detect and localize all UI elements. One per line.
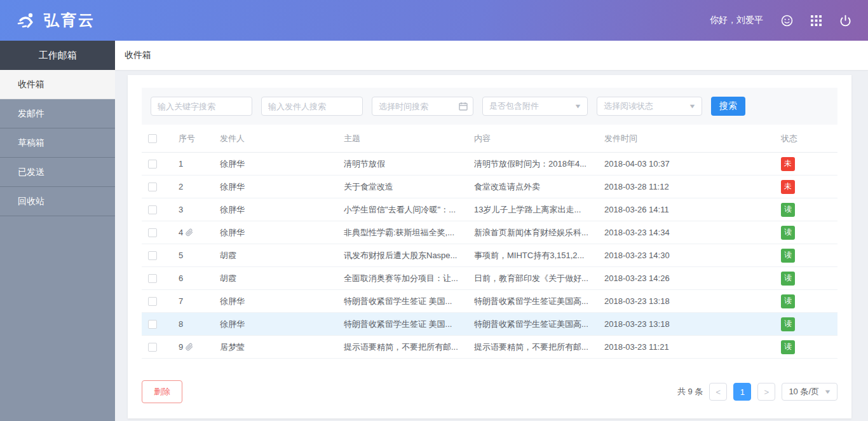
sidebar-item-sent[interactable]: 已发送	[0, 158, 115, 187]
cell-num: 2	[179, 182, 220, 191]
caret-down-icon: ▼	[688, 103, 696, 109]
row-checkbox[interactable]	[148, 274, 157, 283]
sidebar: 工作邮箱 收件箱发邮件草稿箱已发送回收站	[0, 41, 115, 421]
row-checkbox[interactable]	[148, 160, 157, 169]
cell-time: 2018-03-23 11:21	[604, 342, 781, 352]
cell-time: 2018-03-28 11:12	[604, 182, 781, 191]
row-checkbox[interactable]	[148, 183, 157, 191]
status-badge: 读	[781, 203, 795, 217]
cell-sender: 徐胖华	[220, 181, 344, 193]
cell-check	[148, 343, 179, 352]
time-search-input[interactable]	[372, 97, 473, 116]
total-count-label: 共 9 条	[677, 386, 703, 397]
cell-sender: 徐胖华	[220, 158, 344, 170]
table-row[interactable]: 9居梦莹提示语要精简，不要把所有邮...提示语要精简，不要把所有邮...2018…	[142, 336, 837, 359]
app-logo: 弘育云	[17, 10, 95, 31]
cell-sender: 胡霞	[220, 273, 344, 284]
cell-check	[148, 251, 179, 260]
cell-content: 特朗普收紧留学生签证美国高...	[474, 319, 604, 330]
cell-content: 食堂改造请点外卖	[474, 181, 604, 193]
search-button[interactable]: 搜索	[711, 97, 745, 116]
cell-num: 3	[179, 205, 220, 214]
select-all-checkbox[interactable]	[148, 134, 157, 143]
sidebar-item-inbox[interactable]: 收件箱	[0, 70, 115, 99]
cell-status: 未	[781, 157, 837, 171]
table-row[interactable]: 3徐胖华小学生留信"去看人间冷暖"：...13岁儿子上学路上离家出走...201…	[142, 198, 837, 221]
status-badge: 未	[781, 157, 795, 171]
attachment-filter-select[interactable]: 是否包含附件 ▼	[482, 97, 588, 116]
cell-time: 2018-03-23 14:30	[604, 251, 781, 260]
app-title: 弘育云	[44, 10, 95, 31]
caret-down-icon: ▼	[574, 103, 581, 109]
cell-status: 读	[781, 272, 837, 286]
cell-num: 6	[179, 273, 220, 283]
cell-sender: 徐胖华	[220, 296, 344, 307]
cell-num: 4	[179, 228, 220, 237]
page-1-button[interactable]: 1	[733, 383, 751, 401]
cell-subject: 提示语要精简，不要把所有邮...	[344, 342, 474, 353]
cell-content: 特朗普收紧留学生签证美国高...	[474, 296, 604, 307]
cell-status: 未	[781, 180, 837, 194]
status-badge: 未	[781, 180, 795, 194]
sender-search-input[interactable]	[261, 97, 363, 116]
filter-bar: 是否包含附件 ▼ 选择阅读状态 ▼ 搜索	[142, 88, 837, 125]
read-status-filter-select[interactable]: 选择阅读状态 ▼	[597, 97, 702, 116]
col-header-subject: 主题	[344, 133, 474, 144]
status-badge: 读	[781, 340, 795, 354]
cell-subject: 特朗普收紧留学生签证 美国...	[344, 296, 474, 307]
cell-sender: 徐胖华	[220, 204, 344, 216]
cell-check	[148, 160, 179, 169]
cell-check	[148, 297, 179, 306]
cell-content: 提示语要精简，不要把所有邮...	[474, 342, 604, 353]
table-row[interactable]: 4徐胖华非典型性学霸:获斯坦福全奖,...新浪首页新闻体育财经娱乐科...201…	[142, 221, 837, 244]
cell-check	[148, 274, 179, 283]
sidebar-item-compose[interactable]: 发邮件	[0, 99, 115, 128]
row-checkbox[interactable]	[148, 251, 157, 260]
app-grid-icon[interactable]	[811, 15, 822, 26]
cell-status: 读	[781, 294, 837, 308]
table-row[interactable]: 7徐胖华特朗普收紧留学生签证 美国...特朗普收紧留学生签证美国高...2018…	[142, 290, 837, 313]
col-header-sender: 发件人	[220, 133, 344, 144]
next-page-button[interactable]: >	[757, 383, 775, 401]
col-header-status: 状态	[781, 133, 837, 144]
cell-subject: 讯发布财报后遭大股东Naspe...	[344, 250, 474, 261]
sidebar-item-trash[interactable]: 回收站	[0, 187, 115, 216]
table-row[interactable]: 5胡霞讯发布财报后遭大股东Naspe...事项前，MIHTC持有3,151,2.…	[142, 244, 837, 267]
power-icon[interactable]	[839, 15, 851, 27]
cell-num: 9	[179, 342, 220, 352]
table-row[interactable]: 6胡霞全面取消奥赛等加分项目：让...日前，教育部印发《关于做好...2018-…	[142, 267, 837, 290]
status-badge: 读	[781, 317, 795, 331]
sidebar-item-drafts[interactable]: 草稿箱	[0, 128, 115, 158]
table-row[interactable]: 1徐胖华清明节放假清明节放假时间为：2018年4...2018-04-03 10…	[142, 153, 837, 176]
cell-status: 读	[781, 226, 837, 240]
caret-down-icon: ▼	[824, 389, 831, 395]
table-row[interactable]: 2徐胖华关于食堂改造食堂改造请点外卖2018-03-28 11:12未	[142, 176, 837, 198]
keyword-search-input[interactable]	[151, 97, 252, 116]
cell-subject: 全面取消奥赛等加分项目：让...	[344, 273, 474, 284]
cell-time: 2018-03-23 13:18	[604, 296, 781, 306]
table-body: 1徐胖华清明节放假清明节放假时间为：2018年4...2018-04-03 10…	[142, 153, 837, 359]
table-row[interactable]: 8徐胖华特朗普收紧留学生签证 美国...特朗普收紧留学生签证美国高...2018…	[142, 313, 837, 336]
cell-sender: 胡霞	[220, 250, 344, 261]
status-badge: 读	[781, 294, 795, 308]
status-badge: 读	[781, 272, 795, 286]
row-checkbox[interactable]	[148, 205, 157, 214]
cell-content: 日前，教育部印发《关于做好...	[474, 273, 604, 284]
cell-check	[148, 228, 179, 237]
sidebar-title: 工作邮箱	[0, 41, 115, 70]
cell-subject: 关于食堂改造	[344, 181, 474, 193]
cell-status: 读	[781, 249, 837, 263]
row-checkbox[interactable]	[148, 297, 157, 306]
page-size-select[interactable]: 10 条/页 ▼	[782, 383, 837, 401]
row-checkbox[interactable]	[148, 228, 157, 237]
prev-page-button[interactable]: <	[709, 383, 727, 401]
cell-num: 7	[179, 296, 220, 306]
smiley-icon[interactable]	[781, 15, 793, 27]
paperclip-icon	[186, 343, 193, 351]
cell-num: 1	[179, 159, 220, 169]
delete-button[interactable]: 删除	[142, 380, 182, 403]
row-checkbox[interactable]	[148, 320, 157, 329]
cell-time: 2018-04-03 10:37	[604, 159, 781, 169]
row-checkbox[interactable]	[148, 343, 157, 352]
cell-sender: 徐胖华	[220, 319, 344, 330]
